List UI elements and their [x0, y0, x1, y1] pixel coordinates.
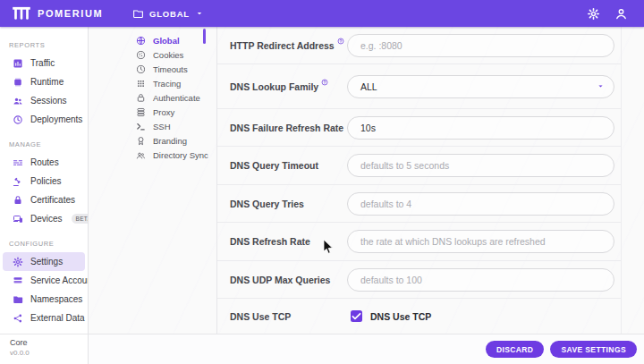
field-label-dns-refresh-rate: DNS Refresh Rate — [230, 236, 347, 247]
field-label-dns-query-timeout: DNS Query Timeout — [230, 160, 347, 171]
save-settings-button[interactable]: SAVE SETTINGS — [550, 341, 637, 358]
help-icon[interactable] — [337, 38, 344, 45]
subnav-item-tracing[interactable]: Tracing — [136, 76, 216, 90]
form-row-dns-failure-refresh-rate: DNS Failure Refresh Rate — [217, 109, 621, 147]
sidebar-item-sessions[interactable]: Sessions — [3, 91, 85, 110]
pomerium-logo-icon — [12, 6, 31, 21]
product-version: v0.0.0 — [10, 349, 88, 357]
deployments-icon — [13, 114, 23, 125]
help-icon[interactable] — [321, 79, 328, 86]
sidebar-item-traffic[interactable]: Traffic — [3, 54, 85, 72]
input-dns-failure-refresh-rate[interactable] — [347, 116, 614, 140]
input-dns-refresh-rate[interactable] — [347, 230, 614, 253]
namespace-switcher[interactable]: GLOBAL — [132, 0, 204, 27]
namespaces-icon — [13, 294, 23, 305]
app-bar: POMERIUM GLOBAL — [0, 0, 644, 27]
directory-sync-icon — [136, 150, 146, 160]
main-sidebar: REPORTS Traffic Runtime Sessions Deploym… — [0, 27, 89, 364]
ssh-icon — [136, 122, 146, 131]
brand: POMERIUM — [0, 6, 103, 21]
proxy-icon — [136, 107, 146, 117]
input-http-redirect-address[interactable] — [347, 34, 614, 57]
checkbox-checked-icon[interactable] — [351, 310, 362, 322]
form-row-dns-query-tries: DNS Query Tries — [217, 185, 621, 223]
field-label-dns-query-tries: DNS Query Tries — [230, 199, 347, 209]
routes-icon — [13, 157, 23, 168]
select-value: ALL — [360, 81, 377, 92]
checkbox-dns-use-tcp[interactable]: DNS Use TCP — [347, 310, 614, 322]
sidebar-item-settings[interactable]: Settings — [3, 252, 85, 271]
subnav-item-cookies[interactable]: Cookies — [136, 47, 216, 62]
field-label-dns-use-tcp: DNS Use TCP — [230, 311, 347, 322]
sidebar-section-label: REPORTS — [9, 41, 88, 49]
policies-icon — [13, 176, 23, 187]
sidebar-item-deployments[interactable]: Deployments — [3, 110, 85, 129]
globe-icon — [136, 36, 146, 46]
sidebar-item-devices[interactable]: Devices BETA — [3, 209, 85, 228]
sidebar-section-label: MANAGE — [9, 140, 88, 148]
pomerium-console: POMERIUM GLOBAL REPORTS Traffic — [0, 0, 644, 364]
form-row-dns-query-timeout: DNS Query Timeout — [217, 147, 621, 185]
chevron-down-icon — [195, 9, 204, 18]
beta-badge: BETA — [72, 214, 88, 224]
sidebar-sections: REPORTS Traffic Runtime Sessions Deploym… — [0, 27, 88, 334]
traffic-icon — [13, 58, 23, 69]
devices-icon — [13, 214, 23, 224]
form-row-http-redirect-address: HTTP Redirect Address — [217, 27, 621, 64]
settings-subnav: Global Cookies Timeouts Tracing Authenti… — [89, 27, 217, 334]
subnav-item-timeouts[interactable]: Timeouts — [136, 62, 216, 76]
form-row-dns-use-tcp: DNS Use TCP DNS Use TCP — [217, 299, 621, 334]
sidebar-item-namespaces[interactable]: Namespaces — [3, 290, 85, 309]
field-label-http-redirect-address: HTTP Redirect Address — [230, 40, 347, 51]
form-row-dns-refresh-rate: DNS Refresh Rate — [217, 223, 621, 261]
field-label-dns-lookup-family: DNS Lookup Family — [230, 81, 347, 92]
subnav-item-directory-sync[interactable]: Directory Sync — [136, 148, 216, 162]
subnav-scrollbar-thumb[interactable] — [203, 29, 206, 44]
sessions-icon — [13, 96, 23, 106]
field-label-dns-udp-max-queries: DNS UDP Max Queries — [230, 275, 347, 285]
account-icon[interactable] — [614, 7, 628, 21]
sidebar-item-service-accounts[interactable]: Service Accounts — [3, 271, 85, 290]
input-dns-query-timeout[interactable] — [347, 154, 614, 177]
settings-gear-icon[interactable] — [587, 7, 600, 21]
dropdown-caret-icon — [597, 82, 605, 90]
sidebar-section: MANAGE Routes Policies Certificates Devi… — [0, 140, 88, 228]
product-name: Core — [10, 338, 88, 347]
subnav-item-proxy[interactable]: Proxy — [136, 105, 216, 119]
folder-icon — [132, 8, 144, 20]
certificates-icon — [13, 195, 23, 206]
input-dns-query-tries[interactable] — [347, 192, 614, 216]
form-row-dns-udp-max-queries: DNS UDP Max Queries — [217, 261, 621, 299]
settings-icon — [13, 257, 23, 267]
form-row-dns-lookup-family: DNS Lookup Family ALL — [217, 64, 621, 109]
sidebar-item-policies[interactable]: Policies — [3, 172, 85, 190]
namespace-label: GLOBAL — [149, 9, 190, 19]
runtime-icon — [13, 77, 23, 88]
content-area: Global Cookies Timeouts Tracing Authenti… — [89, 27, 644, 364]
sidebar-section: REPORTS Traffic Runtime Sessions Deploym… — [0, 41, 88, 129]
action-bar: DISCARD SAVE SETTINGS — [89, 334, 644, 364]
sidebar-item-certificates[interactable]: Certificates — [3, 190, 85, 209]
select-dns-lookup-family[interactable]: ALL — [347, 75, 614, 98]
sidebar-item-runtime[interactable]: Runtime — [3, 72, 85, 91]
sidebar-section: CONFIGURE Settings Service Accounts Name… — [0, 240, 88, 327]
discard-button[interactable]: DISCARD — [486, 341, 545, 358]
app-bar-actions — [587, 7, 644, 21]
field-label-dns-failure-refresh-rate: DNS Failure Refresh Rate — [230, 123, 347, 133]
tracing-icon — [136, 79, 146, 89]
sidebar-item-external-data[interactable]: External Data — [3, 309, 85, 327]
input-dns-udp-max-queries[interactable] — [347, 268, 614, 292]
sidebar-section-label: CONFIGURE — [9, 240, 88, 248]
right-gutter — [621, 27, 644, 334]
clock-icon — [136, 64, 146, 74]
subnav-item-branding[interactable]: Branding — [136, 133, 216, 148]
body: REPORTS Traffic Runtime Sessions Deploym… — [0, 27, 644, 364]
subnav-item-authenticate[interactable]: Authenticate — [136, 90, 216, 105]
checkbox-label: DNS Use TCP — [370, 311, 431, 322]
service-accounts-icon — [13, 275, 23, 286]
settings-form: HTTP Redirect Address DNS Lookup Family … — [217, 27, 621, 334]
sidebar-item-routes[interactable]: Routes — [3, 153, 85, 172]
branding-icon — [136, 136, 146, 146]
subnav-item-ssh[interactable]: SSH — [136, 119, 216, 133]
sidebar-footer: Core v0.0.0 — [0, 334, 88, 364]
